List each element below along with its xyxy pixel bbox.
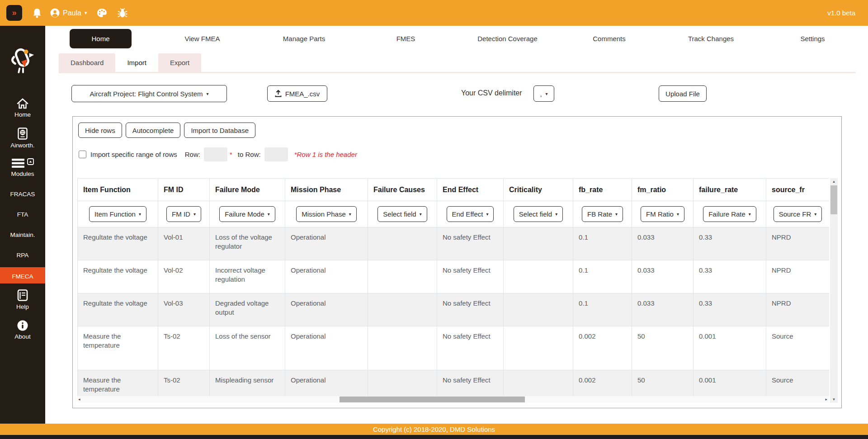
caret-down-icon: ▾ <box>814 212 816 217</box>
tab-settings[interactable]: Settings <box>762 35 863 42</box>
column-filter-dropdown[interactable]: Source FR▾ <box>774 206 822 222</box>
scroll-left-arrow-icon[interactable]: ◂ <box>78 396 80 403</box>
table-cell: 0.002 <box>573 370 632 397</box>
upload-file-button[interactable]: Upload File <box>659 85 707 102</box>
table-row: Measure the temperatureTs-02Loss of the … <box>78 326 830 370</box>
table-cell: No safety Effect <box>437 326 504 370</box>
table-cell: Operational <box>285 260 368 293</box>
table-cell: 0.001 <box>693 370 766 397</box>
autocomplete-button[interactable]: Autocomplete <box>126 123 181 138</box>
table-row: Regultate the voltageVol-03Degraded volt… <box>78 293 830 326</box>
row-from-input[interactable] <box>204 147 227 161</box>
range-checkbox[interactable] <box>79 151 86 158</box>
table-cell: 50 <box>632 326 693 370</box>
upload-icon <box>275 90 282 97</box>
sidebar-item-label: Airworth. <box>10 142 34 149</box>
table-cell: Ts-02 <box>158 326 210 370</box>
caret-down-icon: ▾ <box>85 10 87 16</box>
tab-comments[interactable]: Comments <box>558 35 660 42</box>
sub-tabs: Dashboard Import Export <box>59 53 856 73</box>
table-cell: Operational <box>285 293 368 326</box>
table-cell: No safety Effect <box>437 260 504 293</box>
hide-rows-button[interactable]: Hide rows <box>78 123 122 138</box>
user-name: Paula <box>63 9 81 17</box>
horizontal-scrollbar[interactable]: ◂ ▸ <box>77 396 829 403</box>
sidebar-item-label: Home <box>14 111 31 118</box>
table-cell: Measure the temperature <box>78 370 158 397</box>
horizontal-scroll-thumb[interactable] <box>340 397 525 402</box>
sidebar-item-label: About <box>14 333 30 340</box>
panel-buttons: Hide rows Autocomplete Import to Databas… <box>78 123 255 138</box>
scroll-right-arrow-icon[interactable]: ▸ <box>825 396 827 403</box>
scroll-up-arrow-icon[interactable]: ▴ <box>830 178 838 185</box>
table-cell <box>368 227 437 260</box>
column-filter-dropdown[interactable]: Failure Rate▾ <box>703 206 756 222</box>
choose-file-button[interactable]: FMEA_.csv <box>267 85 327 102</box>
column-filter-dropdown[interactable]: Select field▾ <box>377 206 427 222</box>
table-cell: Vol-01 <box>158 227 210 260</box>
tab-track-changes[interactable]: Track Changes <box>660 35 762 42</box>
tab-home[interactable]: Home <box>50 29 151 48</box>
table-cell: Source <box>766 326 830 370</box>
column-filter-dropdown[interactable]: FM Ratio▾ <box>641 206 684 222</box>
user-menu[interactable]: Paula ▾ <box>50 8 87 18</box>
vertical-scroll-thumb[interactable] <box>830 185 837 214</box>
table-cell: Operational <box>285 227 368 260</box>
column-filter-dropdown[interactable]: Failure Mode▾ <box>219 206 275 222</box>
caret-down-icon: ▾ <box>486 212 488 217</box>
bottom-strip <box>0 435 868 439</box>
sidebar-item-label: RPA <box>17 252 29 259</box>
subtab-dashboard[interactable]: Dashboard <box>59 53 115 72</box>
subtab-export[interactable]: Export <box>158 53 201 72</box>
caret-down-icon: ▾ <box>555 212 557 217</box>
tab-detection-coverage[interactable]: Detection Coverage <box>457 35 558 42</box>
tab-view-fmea[interactable]: View FMEA <box>151 35 253 42</box>
sidebar-item-home[interactable]: Home <box>0 98 45 118</box>
theme-palette-icon[interactable] <box>97 8 107 18</box>
column-header: Criticality <box>504 179 573 201</box>
sidebar-item-maintain[interactable]: Maintain. <box>0 229 45 238</box>
home-icon <box>17 98 28 109</box>
column-filter-dropdown[interactable]: Select field▾ <box>514 206 563 222</box>
sidebar-item-fracas[interactable]: FRACAS <box>0 189 45 198</box>
column-header: Item Function <box>78 179 158 201</box>
bug-report-icon[interactable] <box>117 8 128 18</box>
delimiter-selector[interactable]: , ▾ <box>533 85 554 102</box>
filter-label: FM ID <box>172 210 190 218</box>
sidebar-item-about[interactable]: About <box>0 320 45 340</box>
column-header: fm_ratio <box>632 179 693 201</box>
vertical-scrollbar[interactable]: ▴ ▾ <box>830 178 838 403</box>
filter-label: Item Function <box>94 210 136 218</box>
sidebar-item-modules[interactable]: Modules <box>0 158 45 177</box>
sidebar-item-rpa[interactable]: RPA <box>0 250 45 259</box>
column-filter-dropdown[interactable]: FB Rate▾ <box>582 206 623 222</box>
import-to-database-button[interactable]: Import to Database <box>184 123 255 138</box>
subtab-import[interactable]: Import <box>115 53 158 72</box>
column-filter-dropdown[interactable]: Item Function▾ <box>89 206 146 222</box>
row-to-input[interactable] <box>264 147 288 161</box>
column-filter-dropdown[interactable]: Mission Phase▾ <box>296 206 357 222</box>
sidebar-item-help[interactable]: Help <box>0 289 45 310</box>
sidebar-item-fta[interactable]: FTA <box>0 209 45 218</box>
sidebar-item-fmeca-active[interactable]: FMECA <box>0 267 45 283</box>
user-icon <box>50 8 60 18</box>
table-cell: NPRD <box>766 293 830 326</box>
scroll-down-arrow-icon[interactable]: ▾ <box>830 396 838 403</box>
notifications-bell-icon[interactable] <box>32 8 42 19</box>
caret-down-icon: ▾ <box>139 212 141 217</box>
column-filter-dropdown[interactable]: End Effect▾ <box>447 206 494 222</box>
column-filter-dropdown[interactable]: FM ID▾ <box>166 206 201 222</box>
help-book-icon <box>17 289 28 301</box>
table-cell: 0.033 <box>632 227 693 260</box>
table-cell: 0.33 <box>693 227 766 260</box>
tab-manage-parts[interactable]: Manage Parts <box>253 35 355 42</box>
project-selector[interactable]: Aircraft Project: Flight Control System … <box>71 85 227 102</box>
tab-fmes[interactable]: FMES <box>355 35 457 42</box>
row-range-controls: Import specific range of rows Row: * to … <box>79 147 357 161</box>
table-cell <box>368 370 437 397</box>
table-row: Measure the temperatureTs-02Mispleading … <box>78 370 830 397</box>
sidebar-collapse-button[interactable]: » <box>6 5 22 21</box>
sidebar-item-airworthiness[interactable]: Airworth. <box>0 127 45 149</box>
filter-label: FB Rate <box>587 210 612 218</box>
passport-globe-icon <box>18 127 28 140</box>
